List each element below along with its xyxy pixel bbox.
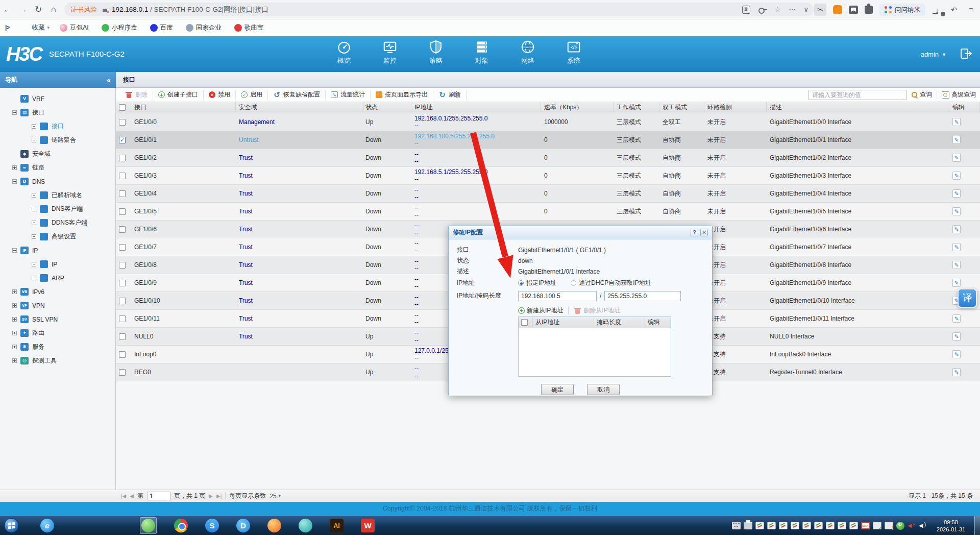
reading-mode-icon[interactable] (849, 6, 858, 14)
network-status-ok-icon[interactable] (873, 522, 881, 529)
column-header[interactable]: 接口 (131, 102, 236, 113)
row-checkbox[interactable] (119, 155, 126, 161)
cancel-button[interactable]: 取消 (587, 384, 620, 395)
sidebar-item[interactable]: 安全域 (0, 147, 115, 161)
antivirus-shield-icon[interactable] (896, 522, 904, 530)
bookmark-baidu[interactable]: 百度 (150, 23, 176, 32)
prev-page-icon[interactable]: ◀ (130, 493, 134, 499)
sidebar-item[interactable]: DNS客户端 (0, 202, 115, 216)
bookmark-doubao-ai[interactable]: 豆包AI (60, 23, 91, 32)
restore-default-button[interactable]: ↺ 恢复缺省配置 (268, 90, 326, 100)
undo-icon[interactable]: ↶ (949, 5, 959, 15)
row-checkbox[interactable] (119, 119, 126, 126)
tree-expander-icon[interactable] (12, 248, 17, 253)
tree-expander-icon[interactable] (12, 165, 17, 170)
bookmark-gequbao[interactable]: 歌曲宝 (234, 23, 266, 32)
translate-float-button[interactable]: 译 (958, 288, 977, 308)
ccu-icon[interactable] (861, 522, 870, 529)
nav-system[interactable]: </> 系统 (559, 39, 589, 65)
network-adapter-icon[interactable] (767, 522, 776, 529)
bookmark-gov[interactable]: 国家企业 (186, 23, 224, 32)
sidebar-item[interactable]: 链路聚合 (0, 133, 115, 147)
row-checkbox[interactable] (119, 137, 126, 143)
ip-link[interactable]: -- (414, 294, 419, 301)
sidebar-item[interactable]: VRF (0, 92, 115, 106)
taskbar-chrome-icon[interactable] (174, 519, 188, 532)
zone-link[interactable]: Trust (239, 279, 253, 286)
first-page-icon[interactable]: |◀ (121, 493, 126, 499)
wenwen-nami-button[interactable]: 问问纳米 (879, 4, 925, 16)
zone-link[interactable]: Trust (239, 333, 253, 340)
logout-button[interactable] (960, 47, 973, 61)
network-adapter-icon[interactable] (826, 522, 835, 529)
tree-expander-icon[interactable] (12, 358, 17, 363)
edit-icon[interactable] (952, 172, 961, 180)
row-checkbox[interactable] (119, 208, 126, 215)
tree-expander-icon[interactable] (32, 221, 36, 225)
last-page-icon[interactable]: ▶| (216, 493, 222, 499)
ip-link[interactable]: 192.168.100.5/255.255.255.0 (414, 133, 495, 140)
edit-icon[interactable] (952, 243, 961, 251)
ipv6-link[interactable]: -- (414, 265, 419, 272)
network-adapter-icon[interactable] (755, 522, 764, 529)
ok-button[interactable]: 确定 (541, 384, 574, 395)
sidebar-item[interactable]: 已解析域名 (0, 188, 115, 202)
sidebar-item[interactable]: IP (0, 257, 115, 271)
insecure-lock-icon[interactable] (102, 7, 108, 13)
table-row[interactable]: GE1/0/3 Trust Down 192.168.5.1/255.255.2… (116, 167, 980, 185)
zone-link[interactable]: Trust (239, 315, 253, 322)
row-checkbox[interactable] (119, 262, 126, 269)
home-icon[interactable]: ⌂ (46, 5, 61, 15)
sidebar-item[interactable]: 链路 (0, 161, 115, 175)
help-icon[interactable]: ? (691, 229, 698, 236)
ip-link[interactable]: -- (414, 329, 419, 336)
row-checkbox[interactable] (119, 298, 126, 304)
sidebar-item[interactable]: DDNS客户端 (0, 216, 115, 230)
column-header[interactable]: IP地址 (411, 102, 541, 113)
sidebar-item[interactable]: 探测工具 (0, 354, 115, 368)
tree-expander-icon[interactable] (12, 345, 17, 349)
sidebar-item[interactable]: SSL VPN (0, 312, 115, 326)
downloads-icon[interactable] (932, 5, 942, 15)
ipv6-link[interactable]: -- (414, 176, 419, 183)
taskbar-firefox-icon[interactable] (267, 519, 281, 532)
table-row[interactable]: GE1/0/2 Trust Down ---- 0 三层模式 自协商 未开启 G… (116, 149, 980, 167)
table-row[interactable]: GE1/0/4 Trust Down ---- 0 三层模式 自协商 未开启 G… (116, 185, 980, 203)
input-method-icon[interactable] (732, 522, 741, 529)
chevron-down-icon[interactable]: ∨ (803, 6, 808, 13)
tree-expander-icon[interactable] (12, 289, 17, 294)
enable-button[interactable]: ✓ 启用 (236, 90, 268, 100)
column-header[interactable]: 描述 (767, 102, 949, 113)
network-adapter-icon[interactable] (814, 522, 823, 529)
tree-expander-icon[interactable] (32, 193, 36, 198)
row-checkbox[interactable] (119, 280, 126, 286)
sidebar-item[interactable]: 高级设置 (0, 230, 115, 244)
speaker-icon[interactable] (919, 522, 927, 529)
printer-icon[interactable] (744, 522, 752, 529)
sidebar-item[interactable]: IP (0, 244, 115, 257)
back-icon[interactable]: ← (0, 5, 15, 15)
tree-expander-icon[interactable] (32, 276, 36, 280)
network-warning-icon[interactable] (885, 522, 893, 529)
network-adapter-icon[interactable] (779, 522, 788, 529)
user-menu[interactable]: admin▼ (921, 51, 946, 58)
edit-icon[interactable] (952, 279, 961, 287)
ip-link[interactable]: -- (414, 276, 419, 283)
column-header[interactable]: 环路检测 (704, 102, 767, 113)
advanced-search-button[interactable]: 高级查询 (942, 90, 976, 99)
refresh-button[interactable]: ↻ 刷新 (433, 90, 467, 100)
traffic-stats-button[interactable]: ∿ 流量统计 (326, 90, 371, 100)
show-desktop-button[interactable] (974, 516, 980, 535)
sidebar-item[interactable]: 接口 (0, 106, 115, 119)
menu-icon[interactable]: ≡ (966, 5, 976, 15)
ipv6-link[interactable]: -- (414, 247, 419, 254)
row-checkbox[interactable] (119, 173, 126, 179)
tree-expander-icon[interactable] (12, 179, 17, 184)
bookmark-star-icon[interactable]: ☆ (775, 6, 781, 13)
mask-input[interactable] (604, 291, 681, 301)
tree-expander-icon[interactable] (32, 207, 36, 211)
edit-icon[interactable] (952, 225, 961, 233)
select-all-checkbox[interactable] (119, 104, 126, 111)
edit-icon[interactable] (952, 350, 961, 358)
ip-link[interactable]: 192.168.0.1/255.255.255.0 (414, 115, 487, 122)
